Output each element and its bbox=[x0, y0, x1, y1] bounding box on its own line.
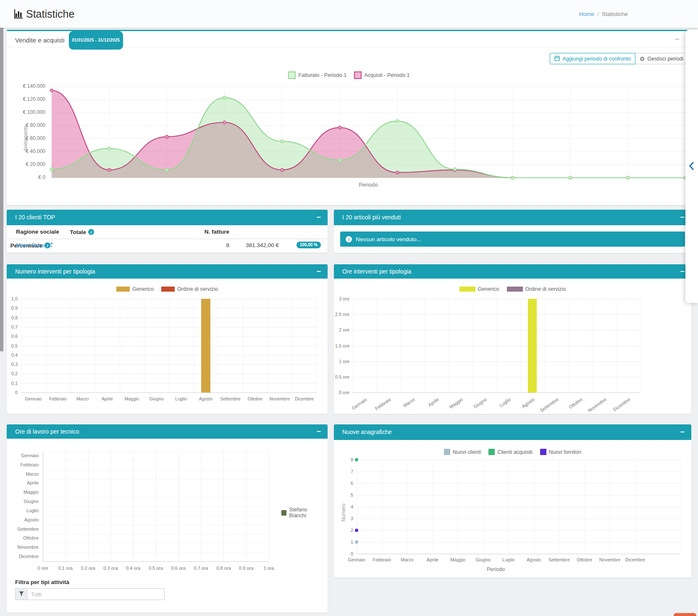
data-point[interactable] bbox=[50, 168, 53, 171]
info-icon[interactable]: i bbox=[88, 229, 94, 235]
data-point[interactable] bbox=[165, 168, 168, 171]
bar-agosto[interactable] bbox=[528, 299, 537, 392]
numero-collapse-button[interactable]: − bbox=[316, 264, 321, 279]
legend-item-acquisti-periodo-1[interactable]: Acquisti - Periodo 1 bbox=[354, 71, 409, 79]
x-tick-label: Febbraio bbox=[45, 396, 71, 401]
data-point[interactable] bbox=[281, 168, 283, 171]
col-ragione-sociale: Ragione sociale bbox=[16, 225, 59, 239]
gridline-v bbox=[246, 451, 247, 561]
legend-swatch bbox=[116, 287, 130, 292]
gridline-v bbox=[269, 451, 269, 561]
top-header-bar: Statistiche Home/Statistiche bbox=[0, 0, 698, 28]
panel-vendite: Vendite e acquisti01/01/2025 - 31/12/202… bbox=[7, 30, 691, 205]
data-point[interactable] bbox=[338, 126, 341, 129]
gridline-v bbox=[46, 299, 46, 392]
breadcrumb-home-link[interactable]: Home bbox=[579, 11, 594, 17]
x-tick-label: Settembre bbox=[218, 396, 243, 401]
x-tick-label: Marzo bbox=[394, 557, 421, 562]
client-link[interactable]: Mario Rossi bbox=[16, 239, 52, 252]
collapsed-side-strip bbox=[0, 0, 3, 351]
filter-button[interactable] bbox=[15, 588, 27, 600]
data-point[interactable] bbox=[396, 120, 399, 123]
vendite-collapse-button[interactable]: − bbox=[674, 31, 680, 47]
oretip-collapse-button[interactable]: − bbox=[680, 264, 685, 279]
data-point[interactable] bbox=[355, 529, 358, 532]
y-tick-label: 0,6 bbox=[7, 334, 18, 339]
row-label: Gennaio bbox=[7, 453, 39, 458]
x-tick-label: Maggio bbox=[444, 557, 471, 562]
legend-item-nuovi-fornitori[interactable]: Nuovi fornitori bbox=[540, 449, 581, 455]
x-tick-label: 0.3 ora bbox=[98, 566, 123, 571]
y-tick-label: 5 bbox=[334, 492, 353, 498]
row-label: Marzo bbox=[7, 471, 39, 476]
vendite-area-chart bbox=[47, 82, 690, 183]
data-point[interactable] bbox=[281, 140, 283, 143]
add-compare-period-button[interactable]: Aggiungi periodo di confronto bbox=[550, 53, 635, 64]
y-tick-label: 1,0 bbox=[7, 296, 18, 301]
y-tick-label: 0,3 bbox=[7, 362, 18, 367]
gridline-v bbox=[178, 451, 179, 561]
y-tick-label: 0.5 ore bbox=[334, 374, 349, 379]
data-point[interactable] bbox=[511, 176, 514, 179]
data-point[interactable] bbox=[626, 176, 629, 179]
gridline-v bbox=[520, 299, 521, 392]
legend-item-clienti-acquisiti[interactable]: Clienti acquisiti bbox=[488, 449, 532, 455]
chart-legend: Nuovi clientiClienti acquisitiNuovi forn… bbox=[334, 449, 691, 455]
articoli-collapse-button[interactable]: − bbox=[680, 210, 685, 225]
data-point[interactable] bbox=[108, 147, 111, 150]
breadcrumb-separator: / bbox=[597, 11, 599, 17]
legend-swatch bbox=[444, 449, 450, 455]
data-point[interactable] bbox=[569, 176, 572, 179]
data-point[interactable] bbox=[338, 159, 341, 162]
y-tick-label: 0 ore bbox=[334, 390, 349, 395]
tecnico-collapse-button[interactable]: − bbox=[316, 424, 321, 439]
legend-item-ordine-di-servizio[interactable]: Ordine di servizio bbox=[161, 286, 218, 292]
floating-action-button-partial[interactable] bbox=[674, 613, 696, 616]
legend-item-nuovi-clienti[interactable]: Nuovi clienti bbox=[444, 449, 481, 455]
data-point[interactable] bbox=[223, 121, 226, 124]
manage-periods-button[interactable]: ⚙ Gestisci periodi bbox=[635, 53, 688, 64]
gridline-v bbox=[66, 451, 66, 561]
page-title: Statistiche bbox=[26, 0, 74, 28]
gridline-v bbox=[110, 451, 111, 561]
period-button-group: Aggiungi periodo di confronto ⚙ Gestisci… bbox=[550, 53, 688, 64]
data-point[interactable] bbox=[165, 135, 168, 138]
gridline-v bbox=[559, 460, 559, 554]
legend-label: Nuovi fornitori bbox=[549, 449, 581, 455]
legend-item-generico[interactable]: Generico bbox=[459, 286, 499, 292]
gridline-v bbox=[88, 451, 89, 561]
anagrafiche-collapse-button[interactable]: − bbox=[680, 424, 685, 440]
data-point[interactable] bbox=[355, 540, 358, 544]
data-point[interactable] bbox=[50, 89, 53, 92]
data-point[interactable] bbox=[396, 171, 399, 174]
data-point[interactable] bbox=[454, 168, 457, 171]
legend-item-generico[interactable]: Generico bbox=[116, 286, 154, 292]
collapsed-right-drawer[interactable] bbox=[685, 30, 698, 303]
row-label: Novembre bbox=[7, 545, 39, 550]
legend-label: Stefano Bianchi bbox=[289, 507, 324, 519]
y-tick-label: 0 bbox=[7, 390, 18, 395]
data-point[interactable] bbox=[108, 168, 111, 171]
chart-legend: Stefano Bianchi bbox=[278, 507, 328, 519]
gridline-v bbox=[635, 460, 635, 554]
gridline-h bbox=[357, 471, 680, 472]
gridline-v bbox=[509, 460, 509, 554]
chevron-left-icon[interactable] bbox=[688, 162, 694, 172]
y-tick-label: 2 bbox=[334, 528, 353, 533]
panel-nuove-anagrafiche: Nuove anagrafiche − Numero Periodo Nuovi… bbox=[334, 424, 691, 578]
date-range-badge: 01/01/2025 - 31/12/2025 bbox=[69, 31, 123, 50]
legend-swatch bbox=[488, 449, 495, 455]
articoli-title: I 20 articoli più venduti bbox=[342, 210, 401, 225]
legend-item-stefano-bianchi[interactable]: Stefano Bianchi bbox=[281, 507, 324, 519]
gridline-h bbox=[357, 507, 680, 507]
y-tick-label: 0,8 bbox=[7, 315, 18, 320]
activity-filter-input[interactable] bbox=[27, 588, 165, 600]
data-point[interactable] bbox=[355, 458, 358, 461]
clienti-collapse-button[interactable]: − bbox=[316, 210, 321, 225]
legend-item-fatturato-periodo-1[interactable]: Fatturato - Periodo 1 bbox=[288, 71, 346, 79]
legend-item-ordine-di-servizio[interactable]: Ordine di servizio bbox=[507, 286, 566, 292]
empty-state-text: Nessun articolo venduto... bbox=[356, 236, 421, 242]
bar-agosto[interactable] bbox=[201, 299, 210, 392]
gridline-v bbox=[407, 460, 408, 554]
data-point[interactable] bbox=[223, 96, 226, 99]
